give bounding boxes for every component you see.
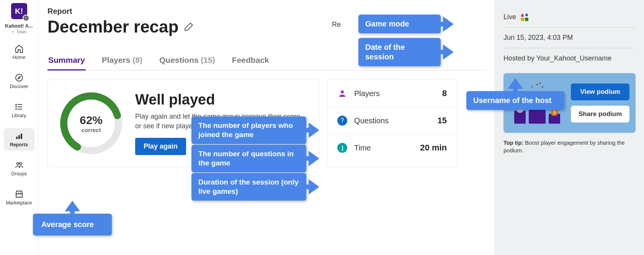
callout-players: The number of players who joined the gam… xyxy=(191,116,306,144)
kahoot-shapes-icon xyxy=(521,13,528,21)
stat-label: Time xyxy=(354,144,420,152)
stat-value: 15 xyxy=(438,116,447,126)
clock-icon: ❙ xyxy=(337,143,347,153)
svg-point-28 xyxy=(533,82,535,83)
info-datetime: Jun 15, 2023, 4:03 PM xyxy=(503,28,636,48)
svg-point-5 xyxy=(16,104,16,105)
view-podium-button[interactable]: View podium xyxy=(571,83,629,100)
nav-discover[interactable]: Discover xyxy=(4,70,34,92)
edit-icon[interactable] xyxy=(184,22,194,32)
stats-card: Players 8 ? Questions 15 ❙ Time 20 min xyxy=(327,80,457,167)
callout-game-mode: Game mode xyxy=(358,15,441,33)
nav-label: Discover xyxy=(10,84,28,89)
svg-rect-9 xyxy=(18,135,20,139)
bar-chart-icon xyxy=(15,131,24,141)
tab-summary[interactable]: Summary xyxy=(47,52,86,70)
summary-headline: Well played xyxy=(135,92,308,108)
callout-date: Date of the session xyxy=(358,38,441,66)
nav-label: Marketplace xyxy=(6,200,32,206)
stat-questions: ? Questions 15 xyxy=(327,107,457,134)
people-icon xyxy=(15,160,24,170)
nav-home[interactable]: Home xyxy=(4,41,34,63)
home-icon xyxy=(15,44,24,53)
team-label[interactable]: ᯤTeam xyxy=(11,29,27,34)
sidebar: K! ✓ Kahoot! A... ᯤTeam Home Discover Li… xyxy=(0,0,38,255)
svg-rect-8 xyxy=(16,137,18,139)
page-title: December recap xyxy=(47,17,178,36)
info-host: Hosted by Your_Kahoot_Username xyxy=(503,48,636,69)
play-again-button[interactable]: Play again xyxy=(135,138,186,155)
callout-host: Username of the host xyxy=(466,91,564,110)
stat-value: 20 min xyxy=(420,143,447,153)
brand-label: Kahoot! A... xyxy=(4,23,34,29)
svg-point-15 xyxy=(341,90,344,93)
tab-players[interactable]: Players (8) xyxy=(101,52,143,70)
top-tip: Top tip: Boost player engagement by shar… xyxy=(503,139,636,155)
svg-rect-10 xyxy=(21,134,22,139)
nav-marketplace[interactable]: Marketplace xyxy=(4,186,34,209)
tab-feedback[interactable]: Feedback xyxy=(231,52,270,70)
svg-marker-1 xyxy=(18,77,20,79)
report-options-cutoff[interactable]: Re xyxy=(332,21,341,29)
verified-badge-icon: ✓ xyxy=(23,15,29,21)
nav-label: Home xyxy=(13,55,25,60)
svg-point-29 xyxy=(539,82,541,84)
nav-label: Library xyxy=(11,113,26,118)
question-icon: ? xyxy=(337,116,347,126)
compass-icon xyxy=(15,73,24,82)
callout-questions: The number of questions in the game xyxy=(191,145,306,172)
svg-point-11 xyxy=(16,163,19,165)
tab-questions[interactable]: Questions (15) xyxy=(159,52,216,70)
svg-point-6 xyxy=(16,106,16,107)
score-donut: 62% correct xyxy=(59,91,124,156)
svg-text:3: 3 xyxy=(553,110,556,114)
nav-label: Reports xyxy=(10,142,28,147)
info-mode: Live xyxy=(503,7,636,28)
session-info-panel: Live Jun 15, 2023, 4:03 PM Hosted by You… xyxy=(495,0,644,255)
stat-time: ❙ Time 20 min xyxy=(327,134,457,161)
score-sublabel: correct xyxy=(80,127,103,133)
stat-label: Players xyxy=(354,89,442,98)
score-percent: 62% xyxy=(80,114,103,127)
svg-point-25 xyxy=(536,84,538,85)
list-icon xyxy=(15,102,24,111)
mode-label: Live xyxy=(503,13,516,21)
stat-players: Players 8 xyxy=(327,80,457,107)
nav-groups[interactable]: Groups xyxy=(4,157,34,180)
callout-score: Average score xyxy=(33,214,112,235)
share-podium-button[interactable]: Share podium xyxy=(571,106,629,123)
nav-label: Groups xyxy=(11,171,27,177)
stat-value: 8 xyxy=(442,88,447,98)
callout-duration: Duration of the session (only live games… xyxy=(191,173,306,201)
nav-reports[interactable]: Reports xyxy=(4,128,34,150)
svg-point-0 xyxy=(16,74,23,81)
player-icon xyxy=(337,88,347,98)
stat-label: Questions xyxy=(354,116,438,125)
svg-point-26 xyxy=(531,86,533,88)
store-icon xyxy=(15,190,24,199)
brand-logo[interactable]: K! ✓ xyxy=(11,3,27,19)
svg-point-12 xyxy=(19,163,21,165)
svg-point-27 xyxy=(542,86,543,88)
svg-point-7 xyxy=(16,109,16,110)
nav-library[interactable]: Library xyxy=(4,99,34,121)
